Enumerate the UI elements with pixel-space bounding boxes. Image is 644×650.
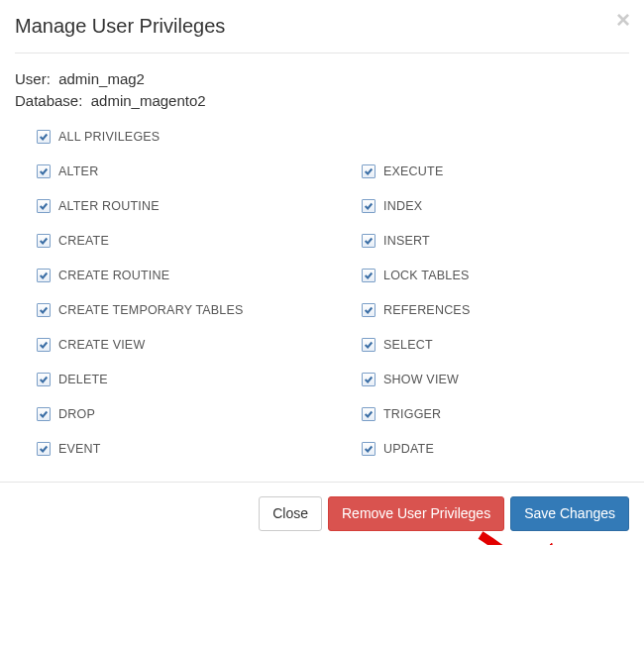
- privilege-label: CREATE ROUTINE: [58, 269, 169, 282]
- privilege-label: CREATE: [58, 234, 109, 248]
- privilege-label: SHOW VIEW: [383, 373, 459, 386]
- checkbox-trigger[interactable]: [362, 407, 376, 421]
- checkbox-alter-routine[interactable]: [37, 199, 51, 213]
- modal-header: Manage User Privileges ×: [0, 0, 644, 53]
- checkbox-update[interactable]: [362, 442, 376, 456]
- privilege-label: DROP: [58, 407, 95, 421]
- database-info-row: Database: admin_magento2: [15, 90, 629, 112]
- checkbox-create-view[interactable]: [37, 338, 51, 352]
- user-info-row: User: admin_mag2: [15, 68, 629, 90]
- privilege-row: ALTER ROUTINE INDEX: [15, 199, 629, 213]
- privilege-label: SELECT: [383, 338, 433, 352]
- checkbox-create[interactable]: [37, 234, 51, 248]
- checkbox-delete[interactable]: [37, 373, 51, 386]
- checkbox-create-temporary-tables[interactable]: [37, 303, 51, 317]
- checkbox-create-routine[interactable]: [37, 269, 51, 282]
- user-value: admin_mag2: [58, 70, 145, 87]
- privilege-row: ALTER EXECUTE: [15, 164, 629, 178]
- checkbox-lock-tables[interactable]: [362, 269, 376, 282]
- manage-privileges-modal: Manage User Privileges × User: admin_mag…: [0, 0, 644, 545]
- privilege-label: EXECUTE: [383, 164, 443, 178]
- database-value: admin_magento2: [91, 92, 206, 109]
- user-label: User:: [15, 70, 51, 87]
- privilege-label: REFERENCES: [383, 303, 470, 317]
- privilege-label: ALTER ROUTINE: [58, 199, 160, 213]
- privilege-row: DELETE SHOW VIEW: [15, 373, 629, 386]
- privilege-label: LOCK TABLES: [383, 269, 470, 282]
- checkbox-all-privileges[interactable]: [37, 130, 51, 144]
- privilege-row: CREATE TEMPORARY TABLES REFERENCES: [15, 303, 629, 317]
- privilege-row: DROP TRIGGER: [15, 407, 629, 421]
- close-button[interactable]: Close: [259, 496, 322, 532]
- modal-footer: Close Remove User Privileges Save Change…: [0, 482, 644, 546]
- privilege-label: DELETE: [58, 373, 108, 386]
- modal-title: Manage User Privileges: [15, 15, 629, 38]
- save-changes-button[interactable]: Save Changes: [510, 496, 629, 532]
- checkbox-event[interactable]: [37, 442, 51, 456]
- checkbox-references[interactable]: [362, 303, 376, 317]
- modal-body: User: admin_mag2 Database: admin_magento…: [0, 54, 644, 482]
- database-label: Database:: [15, 92, 82, 109]
- privilege-row: CREATE ROUTINE LOCK TABLES: [15, 269, 629, 282]
- remove-privileges-button[interactable]: Remove User Privileges: [328, 496, 504, 532]
- checkbox-drop[interactable]: [37, 407, 51, 421]
- checkbox-insert[interactable]: [362, 234, 376, 248]
- checkbox-execute[interactable]: [362, 164, 376, 178]
- privilege-label: INSERT: [383, 234, 430, 248]
- checkbox-show-view[interactable]: [362, 373, 376, 386]
- checkbox-index[interactable]: [362, 199, 376, 213]
- privilege-label: CREATE TEMPORARY TABLES: [58, 303, 244, 317]
- privileges-list: ALL PRIVILEGES ALTER EXECUTE ALTER ROUTI…: [15, 130, 629, 456]
- privilege-row: EVENT UPDATE: [15, 442, 629, 456]
- checkbox-alter[interactable]: [37, 164, 51, 178]
- privilege-row-all: ALL PRIVILEGES: [15, 130, 629, 144]
- privilege-row: CREATE INSERT: [15, 234, 629, 248]
- privilege-label: INDEX: [383, 199, 422, 213]
- privilege-label: ALL PRIVILEGES: [58, 130, 160, 144]
- close-icon[interactable]: ×: [616, 8, 630, 32]
- privilege-label: ALTER: [58, 164, 98, 178]
- privilege-label: CREATE VIEW: [58, 338, 145, 352]
- privilege-label: UPDATE: [383, 442, 434, 456]
- privilege-label: EVENT: [58, 442, 101, 456]
- privilege-label: TRIGGER: [383, 407, 441, 421]
- privilege-row: CREATE VIEW SELECT: [15, 338, 629, 352]
- checkbox-select[interactable]: [362, 338, 376, 352]
